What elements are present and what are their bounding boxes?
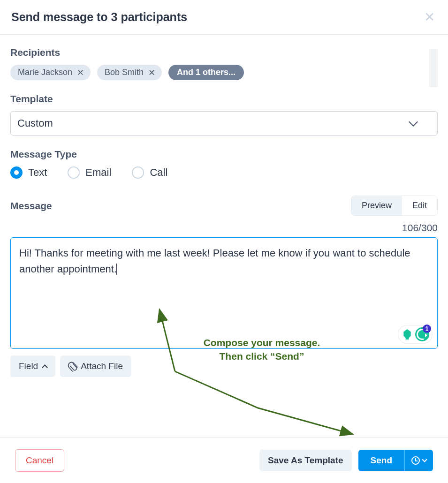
grammarly-badge-count: 1 (423, 325, 431, 333)
recipient-chip[interactable]: Marie Jackson ✕ (10, 65, 91, 80)
grammarly-widget[interactable]: 1 (398, 325, 433, 344)
remove-recipient-icon[interactable]: ✕ (77, 68, 84, 77)
edit-tab[interactable]: Edit (402, 196, 437, 215)
template-value: Custom (17, 117, 53, 129)
annotation-text: Compose your message. Then click “Send” (182, 336, 342, 363)
recipient-name: Bob Smith (105, 68, 144, 77)
attach-button-label: Attach File (81, 361, 123, 371)
chevron-down-icon (422, 457, 427, 462)
field-button-label: Field (19, 361, 38, 371)
remove-recipient-icon[interactable]: ✕ (148, 68, 155, 77)
preview-edit-toggle: Preview Edit (351, 196, 438, 216)
schedule-send-button[interactable] (404, 450, 433, 471)
radio-label: Text (28, 166, 47, 179)
attach-file-button[interactable]: Attach File (60, 355, 131, 377)
cancel-button[interactable]: Cancel (15, 449, 64, 472)
text-cursor (116, 264, 117, 275)
send-button[interactable]: Send (358, 450, 404, 471)
template-label: Template (10, 93, 438, 105)
message-body-text: Hi! Thanks for meeting with me last week… (19, 247, 410, 275)
radio-text[interactable]: Text (10, 166, 47, 179)
modal-footer: Cancel Save As Template Send (0, 438, 448, 483)
message-label: Message (10, 200, 52, 211)
modal-title: Send message to 3 participants (11, 10, 187, 24)
radio-checked-icon (10, 166, 23, 179)
annotation-line2: Then click “Send” (182, 349, 342, 363)
recipient-chip[interactable]: Bob Smith ✕ (97, 65, 162, 80)
close-icon[interactable]: ✕ (424, 11, 435, 24)
annotation-line1: Compose your message. (182, 336, 342, 349)
modal-body: Recipients Marie Jackson ✕ Bob Smith ✕ A… (0, 35, 448, 382)
scrollbar-stub[interactable] (429, 49, 438, 87)
chevron-down-icon (409, 117, 418, 127)
save-as-template-button[interactable]: Save As Template (259, 450, 352, 471)
message-type-group: Text Email Call (10, 166, 438, 179)
char-count: 106/300 (10, 222, 438, 234)
recipient-name: Marie Jackson (18, 68, 72, 77)
radio-unchecked-icon (132, 166, 144, 179)
more-recipients-chip[interactable]: And 1 others... (168, 65, 244, 80)
recipients-label: Recipients (10, 47, 438, 58)
paperclip-icon (67, 360, 78, 372)
radio-email[interactable]: Email (68, 166, 111, 179)
preview-tab[interactable]: Preview (351, 196, 402, 215)
bulb-icon (402, 329, 412, 340)
message-type-label: Message Type (10, 149, 438, 160)
recipients-chips: Marie Jackson ✕ Bob Smith ✕ And 1 others… (10, 65, 438, 80)
more-recipients-label: And 1 others... (177, 68, 235, 77)
radio-unchecked-icon (68, 166, 80, 179)
message-textarea[interactable]: Hi! Thanks for meeting with me last week… (10, 237, 438, 349)
chevron-up-icon (42, 364, 48, 370)
radio-call[interactable]: Call (132, 166, 167, 179)
insert-field-button[interactable]: Field (10, 355, 55, 377)
grammarly-icon: 1 (415, 327, 429, 341)
clock-icon (411, 456, 420, 465)
send-button-group: Send (358, 450, 433, 471)
radio-label: Call (150, 166, 167, 179)
template-select[interactable]: Custom (10, 111, 438, 136)
radio-label: Email (85, 166, 111, 179)
modal-header: Send message to 3 participants ✕ (0, 0, 448, 35)
